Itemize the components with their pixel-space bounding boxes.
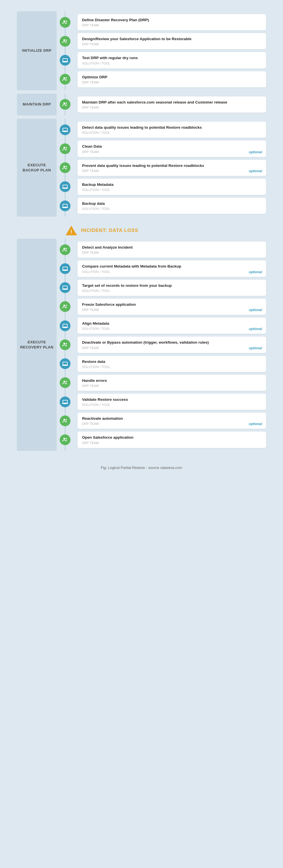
step-row-step11: Detect and Analyze IncidentDRP TEAM bbox=[57, 242, 266, 258]
phase-right-side: Define Disaster Recovery Plan (DRP)DRP T… bbox=[57, 11, 266, 90]
step-icon-wrap-step21 bbox=[57, 434, 74, 445]
people-icon bbox=[60, 377, 70, 388]
step-subtitle: SOLUTION / TOOL bbox=[82, 327, 261, 330]
step-card-step14: Freeze Salesforce applicationDRP TEAMopt… bbox=[78, 299, 266, 315]
warning-triangle-icon: ! bbox=[65, 225, 78, 236]
step-title: Align Metadata bbox=[82, 321, 261, 326]
step-card-step6: Detect data quality issues leading to po… bbox=[78, 122, 266, 138]
step-title: Reactivate automation bbox=[82, 416, 261, 421]
step-icon-wrap-step20 bbox=[57, 415, 74, 426]
phase-label-col: EXECUTE RECOVERY PLAN bbox=[17, 239, 57, 451]
step-title: Detect data quality issues leading to po… bbox=[82, 125, 261, 130]
svg-rect-11 bbox=[63, 128, 67, 131]
svg-point-45 bbox=[66, 381, 67, 382]
step-subtitle: DRP TEAM bbox=[82, 106, 261, 109]
phase-label-col: EXECUTE BACKUP PLAN bbox=[17, 119, 57, 217]
step-card-step15: Align MetadataSOLUTION / TOOLoptional bbox=[78, 318, 266, 334]
svg-point-7 bbox=[63, 77, 65, 79]
svg-rect-28 bbox=[63, 267, 67, 270]
step-icon-wrap-step2 bbox=[57, 36, 74, 46]
optional-label: optional bbox=[249, 327, 262, 331]
steps-col: Define Disaster Recovery Plan (DRP)DRP T… bbox=[57, 11, 266, 90]
svg-point-16 bbox=[63, 166, 65, 167]
step-icon-wrap-step15 bbox=[57, 320, 74, 331]
step-icon-wrap-step1 bbox=[57, 17, 74, 28]
svg-text:!: ! bbox=[70, 229, 72, 235]
steps-col: Maintain DRP after each salesforce.com s… bbox=[57, 94, 266, 115]
step-subtitle: DRP TEAM bbox=[82, 441, 261, 444]
phase-label: MAINTAIN DRP bbox=[23, 102, 51, 107]
step-icon-wrap-step11 bbox=[57, 244, 74, 255]
step-title: Target set of records to restore from yo… bbox=[82, 283, 261, 288]
svg-point-15 bbox=[66, 147, 67, 148]
laptop-icon bbox=[60, 124, 70, 135]
step-title: Define Disaster Recovery Plan (DRP) bbox=[82, 18, 261, 23]
step-title: Detect and Analyze Incident bbox=[82, 245, 261, 250]
step-row-step9: Backup MetadataSOLUTION / TOOL bbox=[57, 179, 266, 195]
step-subtitle: DRP TEAM bbox=[82, 308, 261, 311]
optional-label: optional bbox=[249, 270, 262, 274]
step-subtitle: SOLUTION / TOOL bbox=[82, 403, 261, 406]
phase-execute-backup: EXECUTE BACKUP PLAN Detect data quality … bbox=[17, 119, 266, 217]
svg-point-17 bbox=[66, 166, 67, 167]
step-subtitle: SOLUTION / TOOL bbox=[82, 131, 261, 134]
step-subtitle: SOLUTION / TOOL bbox=[82, 207, 261, 210]
step-title: Maintain DRP after each salesforce.com s… bbox=[82, 100, 261, 105]
svg-rect-18 bbox=[63, 185, 67, 188]
step-icon-wrap-step6 bbox=[57, 124, 74, 135]
step-title: Freeze Salesforce application bbox=[82, 302, 261, 307]
step-row-step18: Handle errorsDRP TEAM bbox=[57, 375, 266, 391]
laptop-icon bbox=[60, 55, 70, 66]
svg-rect-41 bbox=[63, 362, 67, 365]
step-subtitle: DRP TEAM bbox=[82, 169, 261, 173]
svg-rect-21 bbox=[63, 204, 67, 207]
step-row-step8: Prevent data quality issues leading to p… bbox=[57, 160, 266, 176]
svg-rect-31 bbox=[63, 286, 67, 289]
step-row-step16: Deactivate or Bypass automation (trigger… bbox=[57, 337, 266, 353]
step-icon-wrap-step8 bbox=[57, 162, 74, 173]
step-subtitle: DRP TEAM bbox=[82, 251, 261, 254]
step-card-step18: Handle errorsDRP TEAM bbox=[78, 375, 266, 391]
phase-right-side: Maintain DRP after each salesforce.com s… bbox=[57, 94, 266, 115]
step-title: Open Salesforce application bbox=[82, 435, 261, 440]
step-row-step12: Compare current Metadata with Metadata f… bbox=[57, 260, 266, 277]
step-card-step11: Detect and Analyze IncidentDRP TEAM bbox=[78, 242, 266, 258]
step-subtitle: SOLUTION / TOOL bbox=[82, 270, 261, 274]
step-card-step7: Clean DataDRP TEAMoptional bbox=[78, 141, 266, 157]
step-icon-wrap-step3 bbox=[57, 55, 74, 66]
step-title: Prevent data quality issues leading to p… bbox=[82, 163, 261, 168]
phase-right-side: Detect and Analyze IncidentDRP TEAM Comp… bbox=[57, 239, 266, 451]
svg-point-52 bbox=[66, 438, 67, 439]
step-icon-wrap-step10 bbox=[57, 200, 74, 211]
step-row-step1: Define Disaster Recovery Plan (DRP)DRP T… bbox=[57, 14, 266, 30]
step-card-step16: Deactivate or Bypass automation (trigger… bbox=[78, 337, 266, 353]
step-title: Validate Restore success bbox=[82, 397, 261, 402]
svg-point-0 bbox=[63, 20, 65, 22]
step-subtitle: SOLUTION / TOOL bbox=[82, 62, 261, 65]
step-card-step19: Validate Restore successSOLUTION / TOOL bbox=[78, 394, 266, 410]
step-card-step10: Backup dataSOLUTION / TOOL bbox=[78, 198, 266, 214]
step-icon-wrap-step9 bbox=[57, 181, 74, 192]
laptop-icon bbox=[60, 358, 70, 369]
step-title: Test DRP with regular dry runs bbox=[82, 56, 261, 61]
steps-col: Detect data quality issues leading to po… bbox=[57, 119, 266, 217]
step-subtitle: DRP TEAM bbox=[82, 384, 261, 388]
svg-point-10 bbox=[66, 103, 67, 104]
step-card-step5: Maintain DRP after each salesforce.com s… bbox=[78, 96, 266, 113]
step-subtitle: DRP TEAM bbox=[82, 24, 261, 27]
step-icon-wrap-step17 bbox=[57, 358, 74, 369]
svg-rect-46 bbox=[63, 400, 67, 403]
step-icon-wrap-step4 bbox=[57, 74, 74, 85]
phase-label: EXECUTE RECOVERY PLAN bbox=[20, 340, 54, 350]
incident-row: ! INCIDENT: DATA LOSS bbox=[17, 225, 266, 236]
step-title: Design/Review your Salesforce Applicatio… bbox=[82, 36, 261, 41]
step-card-step4: Optimize DRPDRP TEAM bbox=[78, 71, 266, 87]
svg-point-8 bbox=[66, 78, 67, 79]
step-row-step5: Maintain DRP after each salesforce.com s… bbox=[57, 96, 266, 113]
svg-point-2 bbox=[63, 39, 65, 41]
step-card-step3: Test DRP with regular dry runsSOLUTION /… bbox=[78, 52, 266, 68]
step-subtitle: DRP TEAM bbox=[82, 42, 261, 46]
step-row-step14: Freeze Salesforce applicationDRP TEAMopt… bbox=[57, 299, 266, 315]
svg-point-26 bbox=[63, 248, 65, 249]
step-title: Backup Metadata bbox=[82, 182, 261, 187]
